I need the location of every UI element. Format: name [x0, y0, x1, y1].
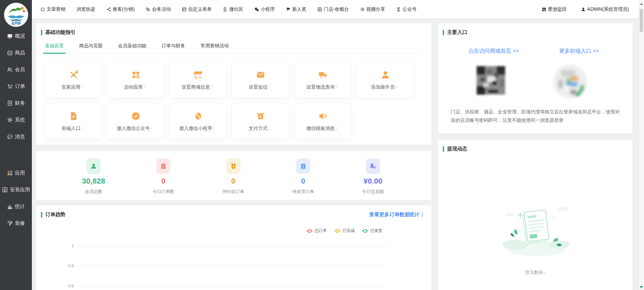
mall-switcher[interactable]: 爱游盐田	[542, 6, 567, 12]
wechat-icon	[254, 7, 259, 12]
nav-item[interactable]: 视频分享	[360, 6, 385, 12]
tab[interactable]: 订单与财务	[162, 43, 185, 53]
statistics-icon	[7, 204, 13, 209]
nav-item[interactable]: 微社区	[223, 6, 243, 12]
legend-label: 已发货	[370, 228, 382, 234]
chevron-right-icon: 〉	[211, 85, 215, 90]
stat-item[interactable]: 0 待付款订单	[213, 158, 254, 195]
stat-value: 30,828	[82, 177, 105, 186]
goods-icon	[7, 50, 13, 56]
legend-item[interactable]: 总订单	[306, 228, 327, 234]
entry-link[interactable]: 点击访问商城首页 >>	[468, 48, 519, 55]
chart-grid-row: 0.8	[36, 256, 431, 276]
guide-card-item[interactable]: 支付方式 〉	[232, 104, 288, 139]
nav-item[interactable]: 推客(分销)	[106, 6, 135, 12]
nav-item[interactable]: 门店-收银台	[317, 6, 349, 12]
legend-item[interactable]: 已完成	[334, 228, 355, 234]
main-content: 基础功能指引 基础设置 商品与页面 会员基础功能	[32, 18, 639, 290]
stat-item[interactable]: 30,828 会员总数	[73, 158, 114, 195]
stat-value: ¥0.00	[364, 177, 383, 186]
sidebar-item[interactable]: 系统	[0, 112, 32, 127]
sidebar-item[interactable]: 订单	[0, 79, 32, 94]
sidebar-item-label: 概况	[15, 33, 25, 39]
sidebar-item-label: 统计	[15, 203, 25, 210]
guide-card-item[interactable]: 安装应用 〉	[45, 62, 101, 97]
sidebar-item[interactable]: 会员	[0, 62, 32, 77]
chevron-right-icon: 〉	[269, 126, 272, 131]
scroll-down-icon[interactable]	[640, 286, 643, 289]
main-entry-card: 主要入口 点击访问商城首页 >> 更多前端入口 >>	[438, 23, 633, 134]
sidebar-item[interactable]: 财务	[0, 96, 32, 110]
main-entry-title: 主要入口	[447, 29, 467, 36]
share-icon	[106, 7, 111, 12]
tab[interactable]: 基础设置	[45, 43, 64, 53]
grid-icon	[542, 7, 546, 12]
guide-card-item[interactable]: 前端入口 〉	[45, 104, 101, 139]
guide-card-label: 接入微信公众号	[117, 126, 150, 132]
nav-item[interactable]: 公众号	[396, 6, 417, 12]
nav-item[interactable]: 浏览轨迹	[76, 6, 95, 12]
stat-item[interactable]: ¥0.00 今日交易额	[353, 158, 393, 195]
tab[interactable]: 商品与页面	[79, 43, 103, 53]
operator-icon	[380, 70, 390, 80]
sidebar: 盐田游 概况 商品 会员 订单	[0, 0, 32, 290]
guide-card-item[interactable]: 接入微信小程序 〉	[170, 104, 226, 139]
order-trend-chart: 1 0.8 0.6	[36, 236, 431, 290]
sidebar-item[interactable]: 统计	[0, 199, 32, 214]
sidebar-item[interactable]: 消息	[0, 129, 32, 144]
chevron-right-icon: 〉	[144, 85, 148, 90]
sidebar-item[interactable]: 概况	[0, 29, 32, 43]
chevron-right-icon: 〉	[396, 85, 399, 90]
gridline	[77, 246, 389, 246]
guide-card-item[interactable]: 设置短信 〉	[232, 62, 288, 97]
nav-item[interactable]: 会务活动	[146, 6, 171, 12]
entry-link[interactable]: 更多前端入口 >>	[559, 48, 599, 55]
nav-item-label: 小程序	[261, 6, 275, 12]
guide-card-label: 前端入口	[62, 126, 80, 132]
sidebar-item[interactable]: 应用	[0, 165, 32, 180]
sidebar-item[interactable]: 安装应用	[0, 182, 32, 197]
legend-label: 总订单	[315, 228, 327, 234]
tab[interactable]: 常用营销活动	[201, 43, 229, 53]
sidebar-item[interactable]: 装修	[0, 216, 32, 231]
sidebar-item-label: 会员	[15, 66, 25, 73]
stat-item[interactable]: 0 待发货订单	[283, 158, 323, 195]
user-icon	[581, 7, 586, 12]
overview-icon	[7, 33, 13, 39]
sidebar-nav-apps: 应用 安装应用 统计 装修	[0, 165, 32, 231]
more-order-stats-link[interactable]: 查看更多订单数据统计 〉	[369, 211, 426, 218]
guide-card-item[interactable]: 启动应用 〉	[108, 62, 164, 97]
nav-item[interactable]: 文章营销	[40, 6, 65, 12]
guide-card-item[interactable]: 设置物流查询 〉	[295, 62, 351, 97]
scroll-up-icon[interactable]	[640, 3, 643, 5]
clip2-icon	[296, 158, 310, 174]
mall-name: 爱游盐田	[548, 6, 567, 12]
section-accent-bar	[443, 30, 444, 35]
truck-icon	[318, 70, 328, 80]
guide-card-item[interactable]: 接入微信公众号 〉	[108, 104, 164, 139]
tab[interactable]: 会员基础功能	[118, 43, 146, 53]
sidebar-item[interactable]: 商品	[0, 45, 32, 60]
legend-item[interactable]: 已发货	[362, 228, 382, 234]
guide-card: 基础功能指引 基础设置 商品与页面 会员基础功能	[36, 23, 431, 145]
nav-item[interactable]: 小程序	[254, 6, 275, 12]
messages-icon	[7, 134, 13, 140]
stat-item[interactable]: 0 今日订单数	[143, 158, 183, 195]
section-accent-bar	[41, 30, 42, 35]
logo-text: 盐田游	[11, 21, 21, 25]
guide-card-item[interactable]: 添加操作员 〉	[357, 62, 413, 97]
guide-card-item[interactable]: 设置商城信息 〉	[170, 62, 226, 97]
user-menu[interactable]: ADMIN(系统管理员)	[581, 6, 629, 12]
nav-item[interactable]: 自定义表单	[182, 6, 212, 12]
y-axis-tick: 0.8	[36, 263, 77, 268]
frontend-entry-image	[551, 63, 589, 100]
orders-icon	[7, 84, 13, 89]
scrollbar-thumb[interactable]	[640, 9, 643, 32]
nav-item-label: 推客(分销)	[113, 6, 135, 12]
scrollbar[interactable]	[639, 0, 644, 290]
nav-item[interactable]: 新人奖	[286, 6, 306, 12]
guide-card-item[interactable]: 微信模板消息 〉	[295, 104, 351, 139]
stat-value: 0	[231, 177, 235, 186]
logo[interactable]: 盐田游	[4, 3, 28, 27]
tab-label: 常用营销活动	[201, 43, 229, 48]
